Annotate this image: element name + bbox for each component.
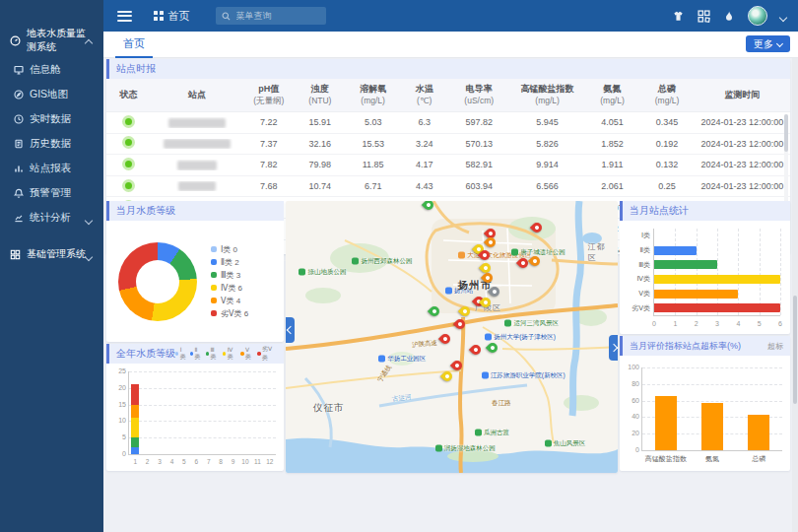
legend-item[interactable]: 劣Ⅴ类 <box>257 345 277 363</box>
legend-item[interactable]: Ⅲ类 3 <box>211 269 248 282</box>
gauge-icon <box>10 35 21 46</box>
sidebar-item-history-data[interactable]: 历史数据 <box>0 131 103 156</box>
axis-tick: 6 <box>194 458 198 465</box>
exceed-legend[interactable]: 超标 <box>767 341 783 352</box>
stack-segment[interactable] <box>131 418 139 437</box>
column-header: 氨氮(mg/L) <box>585 84 640 106</box>
donut-ring[interactable] <box>118 242 197 321</box>
sidebar-group-surface-water-system[interactable]: 地表水质量监测系统 <box>0 32 103 49</box>
map-marker-orange[interactable] <box>483 273 493 283</box>
breadcrumb-label: 首页 <box>168 9 190 24</box>
panel-header: 全年水质等级 Ⅰ类Ⅱ类Ⅲ类Ⅳ类Ⅴ类劣Ⅴ类 <box>106 344 284 364</box>
map-marker-green[interactable] <box>488 343 498 353</box>
map-marker-yellow[interactable] <box>481 263 491 273</box>
map-marker-yellow[interactable] <box>481 298 491 307</box>
legend-item[interactable]: Ⅱ类 2 <box>211 256 248 269</box>
bar[interactable] <box>654 290 738 299</box>
status-cell <box>106 179 151 194</box>
sidebar-item-alert-management[interactable]: 预警管理 <box>0 180 103 205</box>
bar[interactable] <box>654 260 717 269</box>
axis-tick: Ⅳ类 <box>623 274 650 284</box>
legend-item[interactable]: 劣Ⅴ类 6 <box>211 307 248 320</box>
stack-segment[interactable] <box>131 405 139 418</box>
cell-time: 2024-01-23 12:00:00 <box>695 181 790 191</box>
map-marker-red[interactable] <box>455 319 465 329</box>
legend-label: Ⅲ类 3 <box>221 270 240 281</box>
collapse-left-panel-handle[interactable] <box>286 317 295 343</box>
table-row[interactable]: 7.6810.746.714.43603.946.5662.0610.25202… <box>106 176 790 198</box>
sidebar-item-station-report[interactable]: 站点报表 <box>0 156 103 180</box>
cell-permanganate: 9.914 <box>509 160 584 169</box>
search-input[interactable] <box>234 10 313 22</box>
cell-water_temp: 3.24 <box>400 139 448 149</box>
station-name-redacted <box>168 118 226 128</box>
poi-icon <box>299 268 305 275</box>
menu-toggle-button[interactable] <box>117 11 132 22</box>
legend-item[interactable]: Ⅴ类 <box>240 346 254 362</box>
map-marker-green[interactable] <box>430 306 439 316</box>
map-road-label: 宁通线 <box>375 364 394 384</box>
tab-home[interactable]: 首页 <box>115 32 153 58</box>
poi-icon <box>545 439 552 446</box>
map-marker-red[interactable] <box>532 223 542 233</box>
theme-shirt-icon[interactable] <box>672 10 685 23</box>
user-avatar[interactable] <box>748 6 767 26</box>
cell-conductivity: 570.13 <box>448 139 509 149</box>
chevron-down-icon[interactable] <box>780 7 786 25</box>
modules-icon <box>10 249 21 260</box>
logo-redacted <box>9 9 90 23</box>
bar[interactable] <box>701 403 723 450</box>
sidebar-group-base-management[interactable]: 基础管理系统 <box>0 245 103 263</box>
map-marker-orange[interactable] <box>530 256 540 266</box>
axis-tick: 80 <box>625 380 639 387</box>
sidebar-item-realtime-data[interactable]: 实时数据 <box>0 106 103 131</box>
map-overlay: 扬州西郊森林公园捺山地质公园扬州站大运河文化旅游度假区唐子城遗址公园运河三湾风景… <box>286 201 618 473</box>
sidebar-item-label: 站点报表 <box>30 162 71 175</box>
map-marker-red[interactable] <box>480 250 490 260</box>
sidebar-item-gis-map[interactable]: GIS地图 <box>0 82 103 106</box>
flame-icon[interactable] <box>723 10 735 23</box>
collapse-right-panel-handle[interactable] <box>609 335 618 361</box>
page-scrollbar-track[interactable] <box>792 57 798 532</box>
poi-icon <box>435 445 442 452</box>
legend-item[interactable]: Ⅰ类 0 <box>211 243 248 256</box>
breadcrumb-home[interactable]: 首页 <box>154 9 190 24</box>
stack-segment[interactable] <box>131 384 139 404</box>
table-row[interactable]: 7.8279.9811.854.17582.919.9141.9110.1322… <box>106 155 790 176</box>
stack-segment[interactable] <box>131 447 139 454</box>
chevron-down-icon <box>86 250 92 262</box>
table-scrollbar-thumb[interactable] <box>784 114 788 152</box>
more-button[interactable]: 更多 <box>746 35 790 52</box>
sidebar-item-info-cabin[interactable]: 信息舱 <box>0 57 103 82</box>
map-marker-gray[interactable] <box>490 287 499 297</box>
table-row[interactable]: 7.2215.915.036.3597.825.9454.0510.345202… <box>106 112 790 134</box>
table-row[interactable]: 7.3732.1615.533.24570.135.8261.8520.1922… <box>106 134 790 156</box>
status-cell <box>106 158 151 172</box>
bar[interactable] <box>654 275 780 284</box>
legend-item[interactable]: Ⅳ类 6 <box>211 282 248 295</box>
bar[interactable] <box>748 415 769 450</box>
map-marker-red[interactable] <box>440 334 450 344</box>
map-marker-green[interactable] <box>424 201 433 210</box>
bar[interactable] <box>655 396 677 450</box>
map-marker-red[interactable] <box>452 361 462 370</box>
sidebar-item-statistics-analysis[interactable]: 统计分析 <box>0 205 103 230</box>
legend-item[interactable]: Ⅳ类 <box>223 346 237 362</box>
sidebar-item-label: 信息舱 <box>30 63 61 77</box>
map-marker-yellow[interactable] <box>460 306 470 316</box>
page-scrollbar-thumb[interactable] <box>793 296 797 404</box>
stack-segment[interactable] <box>131 437 139 447</box>
bar[interactable] <box>654 303 780 312</box>
legend-item[interactable]: Ⅴ类 4 <box>211 295 248 307</box>
legend-item[interactable]: Ⅲ类 <box>206 346 220 362</box>
layout-grid-icon[interactable] <box>698 10 710 23</box>
bar[interactable] <box>654 246 697 255</box>
legend-item[interactable]: Ⅰ类 <box>175 346 187 362</box>
dashboard-icon <box>14 65 24 75</box>
map-poi-label: 焦山风景区 <box>545 438 586 447</box>
map-marker-yellow[interactable] <box>442 371 452 381</box>
map-marker-red[interactable] <box>518 258 528 268</box>
legend-item[interactable]: Ⅱ类 <box>190 346 203 362</box>
map-marker-red[interactable] <box>471 345 481 355</box>
map-marker-orange[interactable] <box>486 237 496 247</box>
